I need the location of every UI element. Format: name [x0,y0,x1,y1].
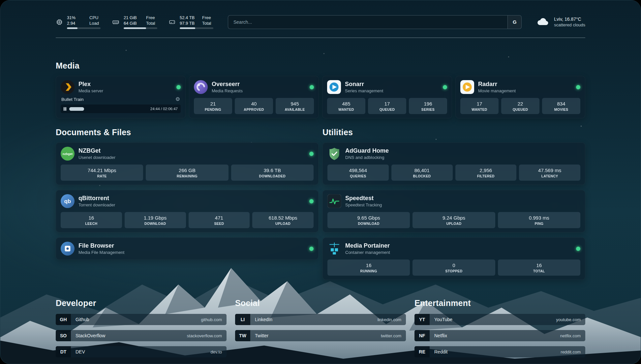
app-card-qbittorrent[interactable]: qb qBittorrent Torrent downloader 16LEEC… [56,190,319,232]
disk-widget: 52.4 TBFree 97.9 TBTotal [168,15,213,29]
app-card-overseerr[interactable]: Overseerr Media Requests 21PENDING 40APP… [189,76,319,118]
social-bookmarks: Social LI LinkedIn linkedin.com TW Twitt… [235,298,406,357]
app-subtitle: Movie management [478,88,516,93]
section-title-social: Social [235,298,406,308]
app-name: Overseerr [212,81,243,88]
app-subtitle: Media File Management [78,250,124,255]
cpu-widget: 31%CPU 2.94Load [56,15,101,29]
section-title-documents: Documents & Files [56,128,319,137]
status-dot [309,199,314,203]
system-stats: 31%CPU 2.94Load 21 GiBFree 64 GiBTotal [56,15,213,29]
disk-total: 97.9 TB [180,20,196,26]
app-card-speedtest[interactable]: Speedtest Speedtest Tracking 9.65 GbpsDO… [322,190,585,232]
speedtest-icon [327,194,341,208]
youtube-icon: YT [414,314,430,325]
app-subtitle: Container management [345,250,390,255]
disk-free: 52.4 TB [180,15,196,20]
app-name: Radarr [478,81,516,88]
netflix-icon: NF [414,330,430,341]
app-subtitle: Torrent downloader [78,202,115,207]
qbittorrent-icon: qb [61,194,75,208]
bookmark-twitter[interactable]: TW Twitter twitter.com [235,330,406,341]
app-name: qBittorrent [78,195,115,202]
app-name: Sonarr [345,81,383,88]
app-name: Speedtest [345,195,382,202]
top-bar: 31%CPU 2.94Load 21 GiBFree 64 GiBTotal [56,15,585,29]
app-subtitle: Speedtest Tracking [345,202,382,207]
cpu-progress-bar [67,27,101,29]
stat-wanted: 485WANTED [327,98,365,114]
stat-latency: 47.569 msLATENCY [519,165,580,181]
cpu-chip-icon [56,18,63,26]
app-subtitle: DNS and adblocking [345,155,389,160]
stat-queued: 22QUEUED [501,98,539,114]
dev-icon: DT [56,346,71,357]
plex-icon [61,80,75,94]
bookmark-linkedin[interactable]: LI LinkedIn linkedin.com [235,314,406,325]
app-card-sonarr[interactable]: Sonarr Series management 485WANTED 17QUE… [322,76,452,118]
ram-icon [112,18,120,26]
app-card-radarr[interactable]: Radarr Movie management 17WANTED 22QUEUE… [455,76,585,118]
cloud-icon [536,16,550,28]
app-name: Media Portainer [345,242,390,249]
middle-columns: Documents & Files nzbget NZBGet Usenet d [56,128,585,280]
bookmark-reddit[interactable]: RE Reddit reddit.com [414,346,585,357]
media-section: Media Plex Media server [56,61,585,118]
linkedin-icon: LI [235,314,250,325]
app-card-portainer[interactable]: Media Portainer Container management 16R… [322,237,585,280]
app-card-filebrowser[interactable]: File Browser Media File Management [56,237,319,260]
bookmark-stackoverflow[interactable]: SO StackOverflow stackoverflow.com [56,330,227,341]
section-title-developer: Developer [56,298,227,308]
plex-now-playing: Bullet Train ⚙ 24:44 / 02:06:47 [61,97,181,113]
sonarr-icon [327,80,341,94]
app-name: File Browser [78,242,124,249]
stat-upload: 618.52 MbpsUPLOAD [252,212,314,228]
hard-drive-icon [168,18,176,26]
cpu-percent: 31% [67,15,83,20]
bookmark-youtube[interactable]: YT YouTube youtube.com [414,314,585,325]
dashboard-screen: 31%CPU 2.94Load 21 GiBFree 64 GiBTotal [0,0,641,364]
app-card-plex[interactable]: Plex Media server Bullet Train ⚙ [56,76,186,118]
search-input[interactable] [228,15,507,29]
status-dot [309,247,314,251]
stat-upload: 9.24 GbpsUPLOAD [412,212,495,228]
app-name: NZBGet [78,147,115,154]
radarr-icon [460,80,474,94]
stat-seed: 471SEED [189,212,250,228]
status-dot [443,85,447,89]
ram-total: 64 GiB [124,20,140,26]
documents-column: Documents & Files nzbget NZBGet Usenet d [56,128,319,260]
github-icon: GH [56,314,71,325]
cpu-label-1: CPU [89,15,98,20]
stat-blocked: 86,401BLOCKED [391,165,453,181]
twitter-icon: TW [235,330,250,341]
bookmark-dev[interactable]: DT DEV dev.to [56,346,227,357]
pause-icon[interactable] [64,107,66,111]
stat-ping: 0.993 msPING [498,212,580,228]
app-subtitle: Media Requests [212,88,243,93]
bookmark-github[interactable]: GH Github github.com [56,314,227,325]
stat-pending: 21PENDING [194,98,232,114]
stat-stopped: 0STOPPED [412,259,495,276]
playback-bar[interactable]: 24:44 / 02:06:47 [61,105,181,113]
gear-icon[interactable]: ⚙ [175,97,180,102]
stat-movies: 834MOVIES [542,98,580,114]
stat-download: 1.19 GbpsDOWNLOAD [125,212,186,228]
status-dot [309,152,314,156]
svg-text:qb: qb [64,198,71,204]
nzbget-icon: nzbget [61,147,75,161]
stat-running: 16RUNNING [327,259,410,276]
weather-widget: Lviv, 16.87°C scattered clouds [536,16,585,28]
app-subtitle: Media server [78,88,103,93]
playback-progress[interactable] [69,107,147,111]
search-bar: G [228,15,522,29]
stat-download: 9.65 GbpsDOWNLOAD [327,212,410,228]
app-card-nzbget[interactable]: nzbget NZBGet Usenet downloader 744.21 M… [56,142,319,185]
app-card-adguard[interactable]: AdGuard Home DNS and adblocking 498,564Q… [322,142,585,185]
overseerr-icon [194,80,208,94]
weather-condition: scattered clouds [554,22,585,27]
bookmark-netflix[interactable]: NF Netflix netflix.com [414,330,585,341]
search-engine-button[interactable]: G [507,15,521,29]
stat-queries: 498,564QUERIES [327,165,389,181]
section-title-entertainment: Entertainment [414,298,585,308]
